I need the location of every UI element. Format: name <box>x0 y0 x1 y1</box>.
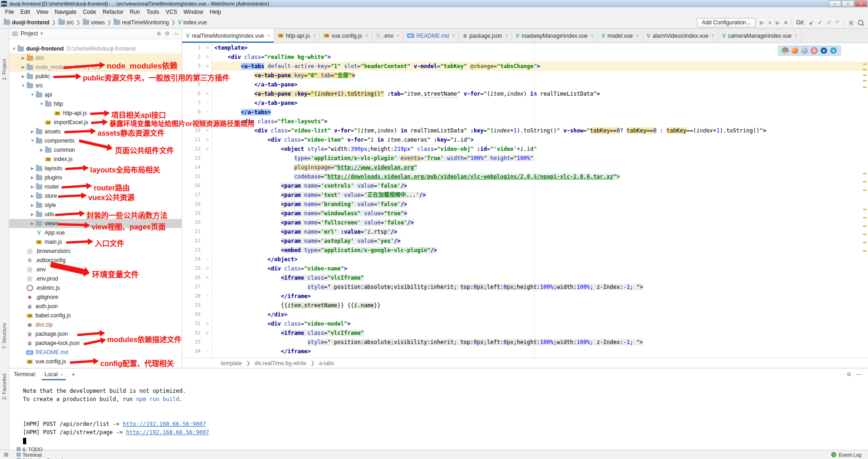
stop-icon[interactable]: ■ <box>784 19 787 26</box>
menu-item-refactor[interactable]: Refactor <box>99 8 126 16</box>
menu-item-window[interactable]: Window <box>180 8 207 16</box>
tree-toggle-icon[interactable]: ▶ <box>39 148 45 152</box>
project-panel-header[interactable]: Project ▼ ⊕ ⚙ — <box>9 29 182 39</box>
code-line[interactable]: 16 <param name='controls' value='false'/… <box>182 181 868 190</box>
code-line[interactable]: 21 <param name='mrl' :value='i.rtsp'/> <box>182 227 868 236</box>
code-line[interactable]: 1⊟<template> <box>182 43 868 52</box>
close-icon[interactable]: × <box>591 33 594 38</box>
ie-browser-icon[interactable]: e <box>821 47 827 54</box>
editor-tab-.env[interactable]: ≡.env× <box>372 29 403 43</box>
menu-item-code[interactable]: Code <box>80 8 99 16</box>
tree-item-importExcel.js[interactable]: JSimportExcel.js <box>9 118 182 127</box>
close-icon[interactable]: × <box>712 33 714 38</box>
code-line[interactable]: 12⊟ <object style="width:390px;height:21… <box>182 144 868 154</box>
code-line[interactable]: 15 codebase="http://downloads.videolan.o… <box>182 172 868 181</box>
warning-stripe-mark[interactable] <box>863 189 867 191</box>
tree-toggle-icon[interactable]: ▼ <box>20 83 26 88</box>
tree-item-package-lock.json[interactable]: {}package-lock.json <box>9 339 182 348</box>
warning-stripe-mark[interactable] <box>863 80 867 81</box>
tree-toggle-icon[interactable]: ▶ <box>29 175 35 180</box>
code-line[interactable]: 27 style=" position:absolute;visibility:… <box>182 282 868 292</box>
code-line[interactable]: 24⌐ </object> <box>182 255 868 264</box>
stripe-project-button[interactable]: 1: Project <box>1 59 7 80</box>
tree-toggle-icon[interactable]: ▶ <box>29 194 35 198</box>
tree-item-node_modules[interactable]: ▶node_moduleslibrary root <box>9 63 182 72</box>
code-line[interactable]: 6⊟ <a-tab-pane :key="(index+1).toString(… <box>182 89 868 98</box>
tree-item-package.json[interactable]: {}package.json <box>9 329 182 339</box>
tree-toggle-icon[interactable]: ▶ <box>29 166 35 171</box>
warning-stripe-mark[interactable] <box>863 234 867 235</box>
event-log-button[interactable]: Event Log <box>839 452 862 458</box>
code-line[interactable]: 2⊟ <div class="realTime bg-white"> <box>182 52 868 62</box>
code-line[interactable]: 10⊟ <div class="video-list" v-for="(item… <box>182 126 868 135</box>
editor-tab-roadwayManage-index.vue[interactable]: VroadwayManage\index.vue× <box>512 29 598 43</box>
statusbar--version-control[interactable]: 9: Version Control <box>12 458 67 459</box>
code-line[interactable]: 17 <param name='text' value='正在加载视频中...'… <box>182 190 868 200</box>
tree-item-main.js[interactable]: JSmain.js <box>9 237 182 247</box>
gear-icon[interactable]: ⚙ <box>846 371 851 378</box>
warning-stripe-mark[interactable] <box>863 63 867 65</box>
statusbar-terminal[interactable]: Terminal <box>12 452 67 458</box>
tree-item-.env.prod[interactable]: ≡.env.prod <box>9 274 182 283</box>
tool-windows-icon[interactable] <box>0 453 12 457</box>
chrome-browser-icon[interactable] <box>782 47 788 54</box>
close-icon[interactable]: × <box>397 33 399 38</box>
code-line[interactable]: 31⊟ <div class="video-model"> <box>182 319 868 328</box>
add-configuration-button[interactable]: Add Configuration... <box>697 18 756 27</box>
warning-stripe-mark[interactable] <box>863 86 867 88</box>
menu-item-navigate[interactable]: Navigate <box>52 8 80 16</box>
editor-tab-model.vue[interactable]: Vmodel.vue× <box>598 29 643 43</box>
editor-tab-http-api.js[interactable]: JShttp-api.js× <box>274 29 320 43</box>
menu-item-vcs[interactable]: VCS <box>162 8 180 16</box>
terminal-output[interactable]: Note that the development build is not o… <box>9 380 868 445</box>
tree-item-babel.config.js[interactable]: JSbabel.config.js <box>9 311 182 320</box>
run-anything-icon[interactable]: ▣ <box>849 19 854 26</box>
hide-panel-icon[interactable]: — <box>173 30 179 37</box>
tree-toggle-icon[interactable]: ▶ <box>29 221 35 226</box>
close-icon[interactable]: × <box>313 33 316 38</box>
tree-item-http[interactable]: ▼http <box>9 99 182 109</box>
close-icon[interactable]: × <box>795 33 798 38</box>
menu-item-file[interactable]: File <box>2 8 17 16</box>
tree-item-api[interactable]: ▼api <box>9 90 182 99</box>
menu-item-help[interactable]: Help <box>207 8 224 16</box>
warning-stripe-mark[interactable] <box>863 217 867 218</box>
warning-stripe-mark[interactable] <box>863 181 867 183</box>
menu-item-tools[interactable]: Tools <box>143 8 162 16</box>
run-icon[interactable]: ▶ <box>760 19 764 26</box>
tree-item-index.js[interactable]: JSindex.js <box>9 155 182 164</box>
tree-item-.gitignore[interactable]: ◆.gitignore <box>9 293 182 302</box>
close-icon[interactable]: × <box>636 33 639 38</box>
tree-toggle-icon[interactable]: ▶ <box>29 129 35 134</box>
firefox-browser-icon[interactable] <box>792 47 798 54</box>
tree-item-README.md[interactable]: MDREADME.md <box>9 348 182 357</box>
editor-breadcrumb-item[interactable]: a-tabs <box>319 360 334 367</box>
code-line[interactable]: 13 type='application/x-vlc-plugin' event… <box>182 154 868 163</box>
tree-item-views[interactable]: ▶views <box>9 219 182 228</box>
coverage-icon[interactable]: ▶ <box>776 19 780 26</box>
tree-item-.env[interactable]: ≡.env <box>9 265 182 274</box>
stripe-favorites-button[interactable]: 2: Favorites <box>1 373 7 400</box>
tree-item-vue.config.js[interactable]: JSvue.config.js <box>9 357 182 366</box>
editor-breadcrumb-item[interactable]: div.realTime.bg-white <box>254 360 306 367</box>
editor-tab-vue.config.js[interactable]: JSvue.config.js× <box>320 29 372 43</box>
code-line[interactable]: 3⊟ <a-tabs default-active-key="1" slot="… <box>182 62 868 71</box>
warning-stripe-mark[interactable] <box>863 69 867 70</box>
terminal-tab-local[interactable]: Local × <box>42 369 66 379</box>
close-icon[interactable]: × <box>505 33 508 38</box>
editor-tab-realTimeMonitoring-index.vue[interactable]: VrealTimeMonitoring\index.vue× <box>182 29 274 43</box>
tree-item-router[interactable]: ▶router <box>9 182 182 191</box>
breadcrumb-item-index.vue[interactable]: Vindex.vue <box>178 19 207 26</box>
tree-toggle-icon[interactable]: ▶ <box>29 203 35 207</box>
code-line[interactable]: 8⌐ </a-tabs> <box>182 108 868 117</box>
tree-item-.browserslistrc[interactable]: ≡.browserslistrc <box>9 247 182 256</box>
tree-toggle-icon[interactable]: ▶ <box>20 56 26 60</box>
tree-item-duoji-frontend[interactable]: ▼duoji-frontendD:\zheheWeb\duoji-fronten… <box>9 44 182 53</box>
rollback-icon[interactable]: ↶ <box>835 19 840 26</box>
warning-stripe-mark[interactable] <box>863 75 867 76</box>
menu-item-run[interactable]: Run <box>126 8 143 16</box>
code-line[interactable]: 33 style=" position:absolute;visibility:… <box>182 338 868 347</box>
code-line[interactable]: 25⊟ <div class="video-name"> <box>182 264 868 273</box>
tree-item-App.vue[interactable]: VApp.vue <box>9 228 182 237</box>
tree-item-auth.json[interactable]: {}auth.json <box>9 302 182 311</box>
